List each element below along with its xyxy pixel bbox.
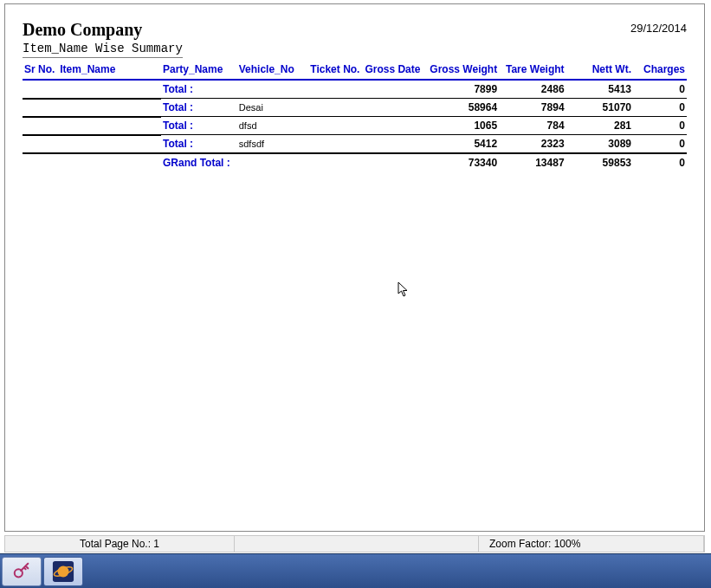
gross-cell: 5412 bbox=[426, 135, 499, 154]
col-sr-no: Sr No. bbox=[23, 60, 58, 79]
col-item-name: Item_Name bbox=[58, 60, 161, 79]
grand-charges: 0 bbox=[633, 153, 687, 171]
key-icon bbox=[12, 562, 31, 581]
charges-cell: 0 bbox=[633, 135, 687, 154]
nett-cell: 51070 bbox=[566, 99, 633, 117]
table-row: Total : dfsd 1065 784 281 0 bbox=[23, 117, 687, 135]
col-gross-weight: Gross Weight bbox=[426, 60, 499, 79]
report-date: 29/12/2014 bbox=[630, 20, 687, 35]
table-row: Total : Desai 58964 7894 51070 0 bbox=[23, 99, 687, 117]
nett-cell: 281 bbox=[566, 117, 633, 135]
company-name: Demo Company bbox=[23, 20, 183, 40]
status-page: Total Page No.: 1 bbox=[5, 536, 235, 552]
total-label: Total : bbox=[161, 135, 237, 154]
total-label: Total : bbox=[161, 99, 237, 117]
planet-icon bbox=[52, 560, 74, 583]
grand-total-row: GRand Total : 73340 13487 59853 0 bbox=[23, 153, 687, 171]
col-nett-wt: Nett Wt. bbox=[566, 60, 633, 79]
table-header-row: Sr No. Item_Name Party_Name Vehicle_No T… bbox=[23, 60, 687, 79]
table-row: Total : 7899 2486 5413 0 bbox=[23, 80, 687, 99]
total-label: Total : bbox=[161, 80, 237, 99]
grand-tare: 13487 bbox=[499, 153, 566, 171]
vehicle-cell: sdfsdf bbox=[237, 135, 309, 154]
col-vehicle-no: Vehicle_No bbox=[237, 60, 309, 79]
taskbar-app-button[interactable] bbox=[2, 557, 42, 586]
nett-cell: 5413 bbox=[566, 80, 633, 99]
gross-cell: 1065 bbox=[426, 117, 499, 135]
report-subtitle: Item_Name Wise Summary bbox=[23, 42, 183, 58]
taskbar-browser-button[interactable] bbox=[43, 557, 83, 586]
vehicle-cell: dfsd bbox=[237, 117, 309, 135]
col-gross-date: Gross Date bbox=[363, 60, 425, 79]
nett-cell: 3089 bbox=[566, 135, 633, 154]
charges-cell: 0 bbox=[633, 99, 687, 117]
table-row: Total : sdfsdf 5412 2323 3089 0 bbox=[23, 135, 687, 154]
total-label: Total : bbox=[161, 117, 237, 135]
gross-cell: 58964 bbox=[426, 99, 499, 117]
grand-gross: 73340 bbox=[426, 153, 499, 171]
vehicle-cell: Desai bbox=[237, 99, 309, 117]
gross-cell: 7899 bbox=[426, 80, 499, 99]
vehicle-cell bbox=[237, 80, 309, 99]
status-spacer bbox=[235, 536, 479, 552]
charges-cell: 0 bbox=[633, 80, 687, 99]
taskbar bbox=[0, 553, 711, 588]
tare-cell: 2323 bbox=[499, 135, 566, 154]
col-charges: Charges bbox=[633, 60, 687, 79]
charges-cell: 0 bbox=[633, 117, 687, 135]
report-table: Sr No. Item_Name Party_Name Vehicle_No T… bbox=[23, 60, 687, 171]
report-page: Demo Company Item_Name Wise Summary 29/1… bbox=[4, 3, 705, 532]
status-zoom: Zoom Factor: 100% bbox=[479, 536, 704, 552]
col-party-name: Party_Name bbox=[161, 60, 237, 79]
col-tare-weight: Tare Weight bbox=[499, 60, 566, 79]
tare-cell: 7894 bbox=[499, 99, 566, 117]
col-ticket-no: Ticket No. bbox=[308, 60, 363, 79]
tare-cell: 2486 bbox=[499, 80, 566, 99]
report-header: Demo Company Item_Name Wise Summary 29/1… bbox=[23, 20, 687, 58]
status-bar: Total Page No.: 1 Zoom Factor: 100% bbox=[4, 535, 705, 552]
grand-nett: 59853 bbox=[566, 153, 633, 171]
grand-total-label: GRand Total : bbox=[161, 153, 237, 171]
tare-cell: 784 bbox=[499, 117, 566, 135]
